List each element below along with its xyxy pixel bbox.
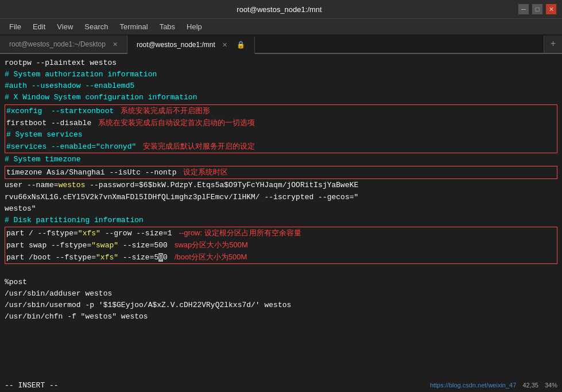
menu-file[interactable]: File (5, 21, 26, 32)
status-position: 42,35 (522, 382, 538, 389)
timezone-line: timezone Asia/Shanghai --isUtc --nontp 设… (6, 166, 556, 178)
xconfig-code: #xconfig --startxonboot (6, 106, 114, 117)
firstboot-code: firstboot --disable (6, 118, 91, 129)
line-sys-timezone-comment: # System timezone (5, 154, 557, 165)
services-annotation: 安装完成后默认对服务开启的设定 (143, 141, 255, 152)
tab-desktop[interactable]: root@westos_node1:~/Desktop ✕ (0, 36, 127, 53)
tab-mnt[interactable]: root@westos_node1:/mnt ✕ 🔒 (127, 37, 255, 54)
insert-mode: -- INSERT -- (5, 380, 59, 391)
disk-section: part / --fstype="xfs" --grow --size=1 --… (5, 227, 557, 264)
menu-search[interactable]: Search (80, 21, 113, 32)
status-bar: -- INSERT -- https://blog.csdn.net/weixi… (0, 379, 562, 392)
tab-desktop-close[interactable]: ✕ (113, 41, 118, 48)
line-rootpw: rootpw --plaintext westos (5, 57, 557, 69)
status-right-info: https://blog.csdn.net/weixin_47 42,35 34… (430, 381, 557, 390)
tab-mnt-close[interactable]: ✕ (222, 41, 227, 49)
tab-mnt-label: root@westos_node1:/mnt (137, 41, 215, 49)
services-code: #services --enabled="chronyd" (6, 141, 136, 153)
line-sys-auth-comment: # System authorization information (5, 69, 557, 80)
firstboot-line: firstboot --disable 系统在安装完成后自动设定首次启动的一切选… (6, 117, 556, 129)
menu-view[interactable]: View (52, 21, 77, 32)
tab-bar: root@westos_node1:~/Desktop ✕ root@westo… (0, 34, 562, 54)
timezone-annotation: 设定系统时区 (183, 166, 228, 178)
line-user2: rvu66xNsXL1G.cEYl5V2k7vnXmaFDl5IDHfQLimg… (5, 192, 557, 203)
line-auth: #auth --useshadow --enablemd5 (5, 80, 557, 92)
line-disk-comment: # Disk partitioning information (5, 215, 557, 226)
terminal: rootpw --plaintext westos # System autho… (0, 54, 562, 392)
timezone-section: timezone Asia/Shanghai --isUtc --nontp 设… (5, 166, 557, 179)
line-blank (5, 265, 557, 276)
firstboot-annotation: 系统在安装完成后自动设定首次启动的一切选项 (98, 117, 255, 129)
minimize-button[interactable]: ─ (518, 4, 529, 14)
timezone-code: timezone Asia/Shanghai --isUtc --nontp (6, 167, 176, 178)
part-boot-line: part /boot --fstype="xfs" --size=500 /bo… (6, 251, 556, 263)
part-swap-code: part swap --fstype="swap" --size=500 (6, 240, 168, 251)
xconfig-annotation: 系统安装完成后不开启图形 (121, 105, 210, 117)
menu-edit[interactable]: Edit (28, 21, 50, 32)
part-swap-line: part swap --fstype="swap" --size=500 swa… (6, 239, 556, 251)
status-url: https://blog.csdn.net/weixin_47 (430, 382, 516, 389)
status-percentage: 34% (545, 382, 557, 389)
tab-mnt-icon: 🔒 (237, 41, 245, 49)
line-user: user --name=westos --password=$6$bkW.Pdz… (5, 180, 557, 191)
part-root-code: part / --fstype="xfs" --grow --size=1 (6, 228, 172, 239)
part-swap-annotation: swap分区大小为500M (175, 239, 248, 251)
line-sys-services-comment: # System services (6, 129, 556, 141)
menu-help[interactable]: Help (182, 21, 207, 32)
line-chfn: /usr/bin/chfn -f "westos" westos (5, 311, 557, 323)
xconfig-line: #xconfig --startxonboot 系统安装完成后不开启图形 (6, 105, 556, 117)
close-button[interactable]: ✕ (546, 4, 556, 14)
menu-terminal[interactable]: Terminal (115, 21, 153, 32)
part-root-annotation: --grow: 设定根分区占用所有空余容量 (179, 227, 301, 239)
menu-bar: File Edit View Search Terminal Tabs Help (0, 18, 562, 34)
services-line: #services --enabled="chronyd" 安装完成后默认对服务… (6, 141, 556, 153)
maximize-button[interactable]: □ (532, 4, 542, 14)
line-user3: westos" (5, 203, 557, 215)
line-adduser: /usr/sbin/adduser westos (5, 288, 557, 300)
part-boot-code: part /boot --fstype="xfs" --size=500 (6, 252, 168, 263)
line-xwin-comment: # X Window System configuration informat… (5, 92, 557, 103)
new-tab-button[interactable]: + (544, 36, 562, 53)
title-bar: root@westos_node1:/mnt ─ □ ✕ (0, 0, 562, 18)
part-boot-annotation: /boot分区大小为500M (175, 251, 247, 263)
menu-tabs[interactable]: Tabs (155, 21, 180, 32)
line-post: %post (5, 277, 557, 288)
line-usermod: /usr/sbin/usermod -p '$1$GEyjoo/A$xZ.V.c… (5, 300, 557, 311)
tab-desktop-label: root@westos_node1:~/Desktop (9, 40, 106, 48)
window-title: root@westos_node1:/mnt (40, 5, 518, 14)
xconfig-section: #xconfig --startxonboot 系统安装完成后不开启图形 fir… (5, 104, 557, 154)
part-root-line: part / --fstype="xfs" --grow --size=1 --… (6, 227, 556, 239)
